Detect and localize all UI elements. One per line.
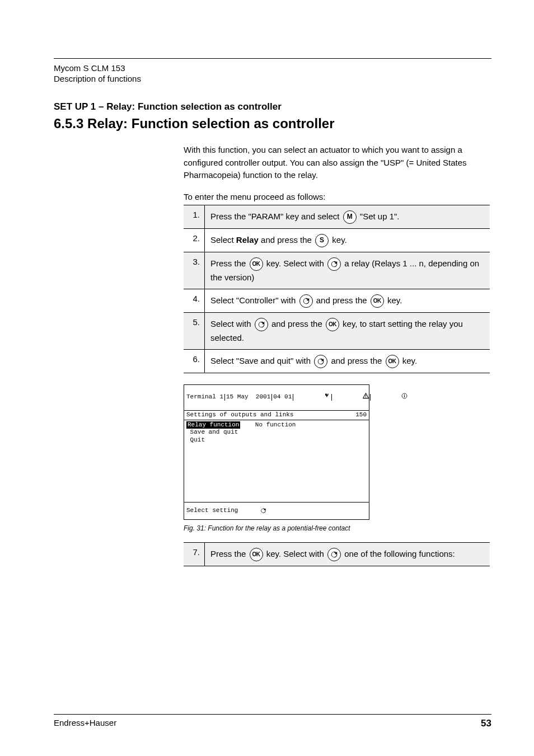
doc-title: Mycom S CLM 153: [54, 63, 491, 73]
step-text: key.: [402, 356, 417, 365]
step-text: key.: [332, 235, 346, 245]
step-text: key. Select with: [266, 259, 326, 268]
connector-icon: [294, 386, 330, 410]
step-text: Select "Save and quit" with: [210, 356, 313, 365]
step-text: Select with: [210, 319, 254, 328]
s-icon: S: [315, 234, 329, 247]
ok-icon: OK: [371, 294, 384, 308]
step-text: key.: [387, 295, 402, 305]
steps-table-2: 7. Press the OK key. Select with one of …: [184, 542, 490, 566]
menu-item: Quit: [186, 436, 367, 444]
ok-icon: OK: [386, 355, 399, 368]
section-heading: 6.5.3 Relay: Function selection as contr…: [54, 116, 491, 132]
svg-rect-0: [366, 395, 366, 397]
ok-icon: OK: [326, 318, 339, 331]
info-icon: [372, 386, 407, 410]
rotate-icon: [327, 257, 341, 271]
step-body: Press the "PARAM" key and select M "Set …: [205, 205, 490, 228]
ok-icon: OK: [250, 257, 263, 271]
terminal-body: Relay function No function Save and quit…: [184, 420, 369, 445]
footer-rule: [54, 714, 491, 715]
page-footer: Endress+Hauser 53: [54, 714, 491, 729]
step-text: Select: [210, 235, 236, 245]
rotate-icon: [255, 318, 268, 331]
step-body: Select with and press the OK key, to sta…: [205, 313, 490, 349]
step-text: and press the: [271, 319, 325, 328]
ok-icon: OK: [250, 548, 263, 561]
doc-subtitle: Description of functions: [54, 74, 491, 83]
step-text: one of the following functions:: [344, 549, 455, 558]
step-row: 5. Select with and press the OK key, to …: [184, 313, 490, 350]
step-body: Press the OK key. Select with a relay (R…: [205, 252, 490, 289]
selected-item: Relay function: [186, 421, 240, 429]
step-text: Press the: [210, 259, 249, 268]
step-row: 6. Select "Save and quit" with and press…: [184, 350, 490, 373]
svg-rect-1: [366, 397, 366, 398]
footer-company: Endress+Hauser: [54, 718, 116, 729]
terminal-header: Terminal 1 15 May 2001 04 01: [184, 385, 369, 411]
section-path: SET UP 1 – Relay: Function selection as …: [54, 101, 491, 112]
step-text: and press the: [316, 295, 369, 305]
step-number: 3.: [184, 252, 205, 289]
svg-rect-4: [404, 395, 405, 395]
terminal-footer: Select setting: [184, 502, 369, 519]
menu-item: Save and quit: [186, 429, 367, 436]
step-number: 7.: [184, 543, 205, 566]
header-rule: [54, 58, 491, 59]
page: Mycom S CLM 153 Description of functions…: [0, 0, 534, 756]
rotate-icon: [327, 548, 341, 561]
m-icon: M: [343, 210, 357, 224]
intro-paragraph: With this function, you can select an ac…: [184, 144, 486, 182]
rotate-icon: [260, 508, 266, 514]
step-text: key. Select with: [266, 549, 326, 558]
step-number: 2.: [184, 229, 205, 252]
svg-rect-3: [404, 396, 405, 397]
step-text: "Set up 1".: [360, 212, 400, 221]
step-text: and press the: [261, 235, 314, 245]
step-text: Select "Controller" with: [210, 295, 298, 305]
step-text: Press the: [210, 549, 249, 558]
step-number: 6.: [184, 350, 205, 373]
rotate-icon: [299, 294, 313, 308]
step-number: 5.: [184, 313, 205, 349]
warning-icon: [333, 386, 369, 410]
terminal-screenshot: Terminal 1 15 May 2001 04 01 Settings of…: [184, 384, 369, 520]
step-number: 1.: [184, 205, 205, 228]
step-row: 7. Press the OK key. Select with one of …: [184, 542, 490, 566]
step-body: Select Relay and press the S key.: [205, 229, 490, 252]
terminal-subtitle-row: Settings of outputs and links 150: [184, 411, 369, 420]
step-text: and press the: [331, 356, 384, 365]
step-row: 4. Select "Controller" with and press th…: [184, 289, 490, 313]
step-body: Press the OK key. Select with one of the…: [205, 543, 490, 566]
to-enter-label: To enter the menu proceed as follows:: [184, 192, 490, 201]
steps-table: 1. Press the "PARAM" key and select M "S…: [184, 205, 490, 373]
step-row: 2. Select Relay and press the S key.: [184, 229, 490, 252]
rotate-icon: [314, 355, 327, 368]
step-row: 1. Press the "PARAM" key and select M "S…: [184, 205, 490, 229]
figure-caption: Fig. 31: Function for the relay as a pot…: [184, 524, 491, 532]
step-text: Press the "PARAM" key and select: [210, 212, 342, 221]
step-row: 3. Press the OK key. Select with a relay…: [184, 252, 490, 289]
step-body: Select "Controller" with and press the O…: [205, 289, 490, 312]
step-body: Select "Save and quit" with and press th…: [205, 350, 490, 373]
page-number: 53: [481, 718, 491, 729]
step-number: 4.: [184, 289, 205, 312]
